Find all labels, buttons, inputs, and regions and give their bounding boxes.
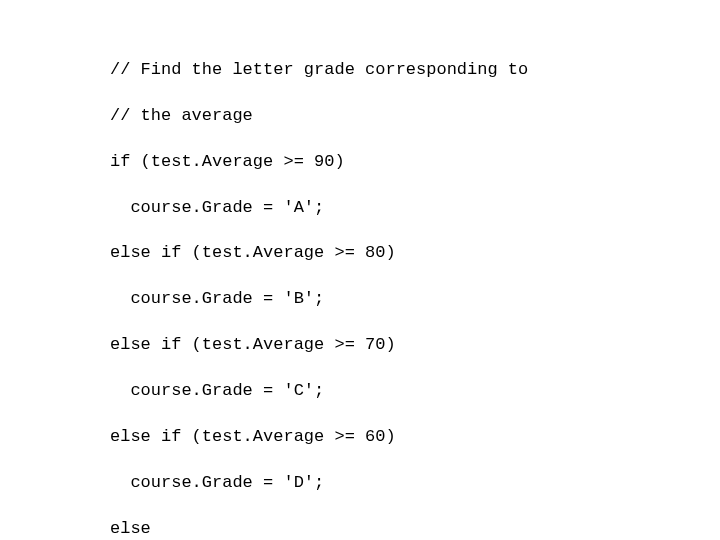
code-line: // the average xyxy=(110,105,720,128)
code-line: course.Grade = 'C'; xyxy=(110,380,720,403)
code-line: if (test.Average >= 90) xyxy=(110,151,720,174)
code-snippet: // Find the letter grade corresponding t… xyxy=(0,0,720,540)
code-line: else if (test.Average >= 80) xyxy=(110,242,720,265)
code-line: course.Grade = 'B'; xyxy=(110,288,720,311)
code-line: // Find the letter grade corresponding t… xyxy=(110,59,720,82)
code-line: else if (test.Average >= 60) xyxy=(110,426,720,449)
code-line: else if (test.Average >= 70) xyxy=(110,334,720,357)
code-line: else xyxy=(110,518,720,540)
code-line: course.Grade = 'D'; xyxy=(110,472,720,495)
code-line: course.Grade = 'A'; xyxy=(110,197,720,220)
